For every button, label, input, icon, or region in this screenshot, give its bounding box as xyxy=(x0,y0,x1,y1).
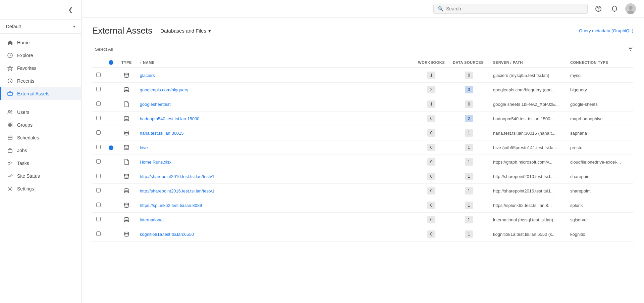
row-datasources-cell: 1 xyxy=(449,213,489,227)
asset-name-link[interactable]: Home Runs.xlsx xyxy=(140,160,172,165)
database-icon xyxy=(121,87,132,93)
asset-name-link[interactable]: hadoopm540.test.tsi.lan:15000 xyxy=(140,116,200,121)
server-path: international (mssql.test.tsi.lan) xyxy=(493,217,553,222)
row-conntype-cell: sharepoint xyxy=(566,184,633,198)
row-datasources-cell: 1 xyxy=(449,198,489,213)
row-checkbox[interactable] xyxy=(96,116,101,120)
filter-button[interactable] xyxy=(627,46,633,53)
row-checkbox[interactable] xyxy=(96,145,101,149)
sidebar-item-users[interactable]: Users xyxy=(0,106,81,119)
row-checkbox[interactable] xyxy=(96,203,101,207)
row-datasources-cell: 0 xyxy=(449,97,489,112)
svg-point-5 xyxy=(11,111,12,112)
sidebar-item-label: Home xyxy=(17,40,30,45)
asset-name-link[interactable]: http://sharepoint2010.test.tsi.lan/testv… xyxy=(140,174,215,179)
sidebar-item-jobs[interactable]: Jobs xyxy=(0,144,81,157)
user-avatar[interactable] xyxy=(625,3,636,14)
row-server-cell: google sheets 1bi-NA2_XpPJzE... xyxy=(489,97,566,112)
environment-selector[interactable]: Default ▾ xyxy=(0,20,81,34)
row-conntype-cell: presto xyxy=(566,140,633,155)
row-workbooks-cell: 0 xyxy=(414,213,449,227)
row-type-cell xyxy=(117,97,136,112)
row-type-cell xyxy=(117,227,136,242)
table-row: hana.test.tsi.lan:30015 0 1 hana.test.ts… xyxy=(92,126,633,140)
row-checkbox-cell xyxy=(92,227,105,242)
table-row: http://sharepoint2010.test.tsi.lan/testv… xyxy=(92,169,633,184)
row-checkbox[interactable] xyxy=(96,159,101,164)
col-conntype[interactable]: Connection Type xyxy=(566,57,633,68)
row-checkbox[interactable] xyxy=(96,174,101,178)
settings-icon xyxy=(7,186,13,192)
server-path: hive (cdh55presto141.test.tsi.la... xyxy=(493,145,557,150)
col-server[interactable]: Server / Path xyxy=(489,57,566,68)
svg-rect-10 xyxy=(8,136,12,140)
sidebar-item-tasks[interactable]: Tasks xyxy=(0,157,81,170)
sidebar-item-site-status[interactable]: Site Status xyxy=(0,170,81,182)
asset-name-link[interactable]: googlesheettest xyxy=(140,102,171,107)
row-info-cell: i xyxy=(105,140,117,155)
search-input[interactable] xyxy=(446,6,583,11)
asset-name-link[interactable]: hana.test.tsi.lan:30015 xyxy=(140,131,184,136)
svg-point-17 xyxy=(627,10,634,14)
row-checkbox[interactable] xyxy=(96,101,101,106)
col-datasources[interactable]: Data Sources xyxy=(449,57,489,68)
select-all-button[interactable]: Select All xyxy=(92,45,115,53)
collapse-sidebar-button[interactable]: ❮ xyxy=(65,5,76,15)
row-checkbox-cell xyxy=(92,126,105,140)
col-type[interactable]: Type xyxy=(117,57,136,68)
svg-point-24 xyxy=(124,189,129,190)
row-checkbox[interactable] xyxy=(96,217,101,221)
svg-point-16 xyxy=(629,6,633,10)
row-workbooks-cell: 0 xyxy=(414,198,449,213)
asset-name-link[interactable]: glaciers xyxy=(140,73,155,78)
graphql-link[interactable]: Query metadata (GraphiQL) xyxy=(579,28,633,33)
sidebar-item-settings[interactable]: Settings xyxy=(0,182,81,195)
svg-point-25 xyxy=(124,203,129,205)
svg-point-21 xyxy=(124,131,129,133)
database-icon xyxy=(121,72,132,78)
svg-point-18 xyxy=(124,73,129,75)
row-checkbox[interactable] xyxy=(96,188,101,192)
table-row: googleapis.com/bigquery 2 3 googleapis.c… xyxy=(92,83,633,97)
asset-name-link[interactable]: http://sharepoint2016.test.tsi.lan/testv… xyxy=(140,188,215,193)
sidebar-item-groups[interactable]: Groups xyxy=(0,119,81,131)
row-info-cell xyxy=(105,213,117,227)
row-checkbox[interactable] xyxy=(96,231,101,236)
asset-name-link[interactable]: googleapis.com/bigquery xyxy=(140,87,189,92)
asset-name-link[interactable]: hive xyxy=(140,145,148,150)
sidebar-item-home[interactable]: Home xyxy=(0,36,81,49)
row-checkbox-cell xyxy=(92,68,105,83)
row-conntype-cell: sqlserver xyxy=(566,213,633,227)
sidebar-item-recents[interactable]: Recents xyxy=(0,75,81,87)
row-checkbox[interactable] xyxy=(96,87,101,91)
svg-rect-7 xyxy=(10,123,12,125)
row-checkbox-cell xyxy=(92,83,105,97)
asset-name-link[interactable]: international xyxy=(140,217,164,222)
row-datasources-cell: 1 xyxy=(449,184,489,198)
row-server-cell: glaciers (mysql55.test.tsi.lan) xyxy=(489,68,566,83)
asset-name-link[interactable]: https://splunk62.test.tsi.lan:8089 xyxy=(140,203,202,208)
server-path: kognitio81a.test.tsi.lan:6550 (k... xyxy=(493,232,555,237)
search-box[interactable]: 🔍 xyxy=(433,4,588,14)
col-workbooks[interactable]: Workbooks xyxy=(414,57,449,68)
col-name[interactable]: Name xyxy=(136,57,414,68)
row-datasources-cell: 1 xyxy=(449,227,489,242)
row-server-cell: international (mssql.test.tsi.lan) xyxy=(489,213,566,227)
sidebar-item-favorites[interactable]: Favorites xyxy=(0,62,81,75)
users-icon xyxy=(7,109,13,115)
table-row: http://sharepoint2016.test.tsi.lan/testv… xyxy=(92,184,633,198)
sidebar-item-label: Tasks xyxy=(17,161,29,166)
notifications-button[interactable] xyxy=(609,3,620,14)
info-dot-header: i xyxy=(109,60,113,65)
sidebar-item-schedules[interactable]: Schedules xyxy=(0,131,81,144)
row-checkbox[interactable] xyxy=(96,130,101,135)
asset-name-link[interactable]: kognitio81a.test.tsi.lan:6550 xyxy=(140,232,194,237)
row-checkbox[interactable] xyxy=(96,73,101,77)
help-button[interactable] xyxy=(593,3,604,14)
view-dropdown-button[interactable]: Databases and Files ▾ xyxy=(158,27,214,35)
sidebar-item-explore[interactable]: Explore xyxy=(0,49,81,62)
row-conntype-cell: sharepoint xyxy=(566,169,633,184)
svg-point-14 xyxy=(9,188,11,190)
sidebar-item-external-assets[interactable]: External Assets xyxy=(0,87,81,100)
row-server-cell: hive (cdh55presto141.test.tsi.la... xyxy=(489,140,566,155)
